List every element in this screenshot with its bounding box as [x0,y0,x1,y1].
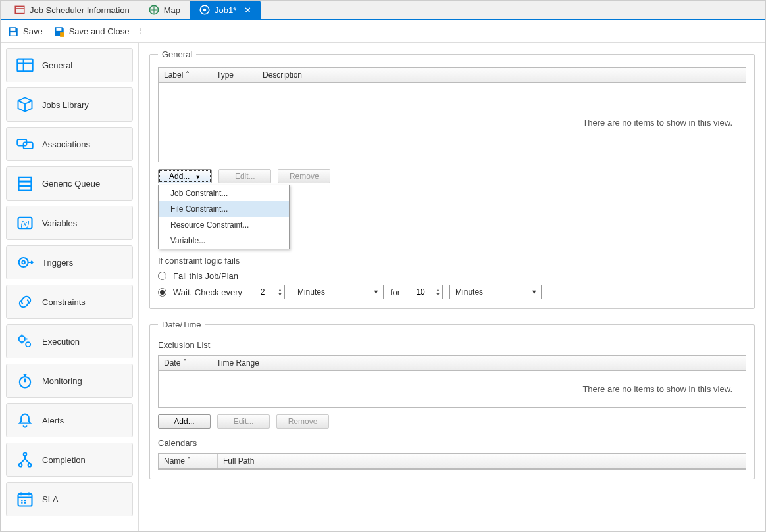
svg-rect-12 [19,182,32,186]
datetime-legend: Date/Time [158,320,205,329]
for-label: for [390,287,400,297]
nav-item-constraints[interactable]: Constraints [6,285,133,319]
nav-label: SLA [42,495,59,504]
associations-icon [16,135,34,153]
grid-header: Name ˄ Full Path [159,454,746,469]
svg-text:{x}: {x} [20,219,30,228]
col-description[interactable]: Description [257,68,746,82]
for-unit-select[interactable]: Minutes ▼ [449,285,542,299]
nav-label: Triggers [42,258,73,268]
general-legend: General [158,49,196,59]
tab-label: Job1* [215,5,236,15]
add-button[interactable]: Add... [158,414,211,429]
remove-button: Remove [278,169,330,183]
nav-item-monitoring[interactable]: Monitoring [6,364,133,398]
radio-wait[interactable] [158,288,166,297]
for-value-stepper[interactable]: ▲▼ [407,285,443,299]
nav-item-generic-queue[interactable]: Generic Queue [6,166,133,201]
caret-down-icon: ▼ [531,289,537,295]
stepper-arrows-icon[interactable]: ▲▼ [434,287,442,297]
col-full-path[interactable]: Full Path [218,454,746,468]
wait-option-row: Wait. Check every ▲▼ Minutes ▼ for ▲▼ Mi… [158,285,746,299]
sort-asc-icon: ˄ [183,358,187,368]
caret-down-icon: ▼ [373,289,379,295]
nav-item-jobs-library[interactable]: Jobs Library [6,87,133,122]
tabs-row: Job Scheduler Information Map Job1* ✕ [1,1,765,20]
menu-item-variable[interactable]: Variable... [159,233,289,249]
nav-item-alerts[interactable]: Alerts [6,403,133,437]
nav-label: Jobs Library [42,100,89,110]
link-icon [16,293,34,311]
sort-asc-icon: ˄ [187,456,191,466]
svg-point-17 [22,261,25,264]
nav-item-execution[interactable]: Execution [6,324,133,358]
nav-label: Variables [42,218,77,228]
save-button[interactable]: Save [7,26,43,37]
scheduler-icon [14,4,26,16]
stepper-arrows-icon[interactable]: ▲▼ [276,287,284,297]
check-every-unit-select[interactable]: Minutes ▼ [292,285,384,299]
sidebar: General Jobs Library Associations Generi… [1,43,139,532]
svg-rect-6 [56,28,61,31]
save-icon [7,26,19,37]
svg-rect-24 [18,494,32,506]
variables-icon: {x} [16,214,34,232]
grid-header: Label ˄ Type Description [159,68,746,83]
check-every-stepper[interactable]: ▲▼ [249,285,285,299]
nav-item-variables[interactable]: {x} Variables [6,206,133,240]
svg-point-16 [19,258,28,267]
menu-item-resource-constraint[interactable]: Resource Constraint... [159,217,289,233]
col-date[interactable]: Date ˄ [159,356,211,370]
nav-item-associations[interactable]: Associations [6,127,133,161]
svg-rect-0 [15,6,24,13]
svg-rect-7 [60,32,64,37]
select-value: Minutes [455,287,483,297]
add-button[interactable]: Add...▼ [158,169,212,183]
save-close-icon [53,26,65,37]
constraints-button-row: Add...▼ Edit... Remove Job Constraint...… [158,169,746,183]
constraint-logic-heading: If constraint logic fails [158,256,746,266]
add-menu: Job Constraint... File Constraint... Res… [158,185,290,249]
svg-rect-4 [11,28,16,31]
nav-item-sla[interactable]: SLA [6,482,133,516]
check-every-input[interactable] [249,285,276,299]
nav-item-completion[interactable]: Completion [6,443,133,477]
edit-button: Edit... [218,169,271,183]
col-type[interactable]: Type [211,68,257,82]
main-panel: General Label ˄ Type Description There a… [139,43,765,532]
toolbar-label: Save [23,26,43,36]
save-and-close-button[interactable]: Save and Close [53,26,130,37]
nav-item-triggers[interactable]: Triggers [6,245,133,279]
nav-label: Generic Queue [42,179,100,189]
branch-icon [16,450,34,469]
svg-rect-11 [19,178,32,181]
general-group: General Label ˄ Type Description There a… [149,49,755,309]
exclusion-button-row: Add... Edit... Remove [158,414,746,429]
radio-fail[interactable] [158,272,166,280]
job-icon [199,4,211,16]
nav-label: Completion [42,455,86,465]
caret-down-icon: ▼ [195,174,201,180]
col-label[interactable]: Label ˄ [159,68,211,82]
menu-item-file-constraint[interactable]: File Constraint... [159,201,289,217]
col-name[interactable]: Name ˄ [159,454,218,468]
bell-icon [16,411,34,429]
toolbar-label: Save and Close [69,26,130,36]
gear-arrow-icon [16,253,34,272]
nav-item-general[interactable]: General [6,48,133,82]
svg-point-23 [28,464,32,467]
grid-empty-message: There are no items to show in this view. [159,83,746,162]
col-time-range[interactable]: Time Range [211,356,746,370]
select-value: Minutes [297,287,325,297]
tab-map[interactable]: Map [139,1,190,19]
svg-rect-8 [17,59,32,72]
for-value-input[interactable] [407,285,434,299]
tab-job1[interactable]: Job1* ✕ [190,1,261,19]
close-icon[interactable]: ✕ [244,5,251,15]
edit-button: Edit... [217,414,270,429]
svg-point-3 [203,9,207,12]
sort-asc-icon: ˄ [186,70,190,80]
svg-point-18 [19,336,25,342]
menu-item-job-constraint[interactable]: Job Constraint... [159,185,289,201]
tab-job-scheduler-information[interactable]: Job Scheduler Information [5,1,139,19]
